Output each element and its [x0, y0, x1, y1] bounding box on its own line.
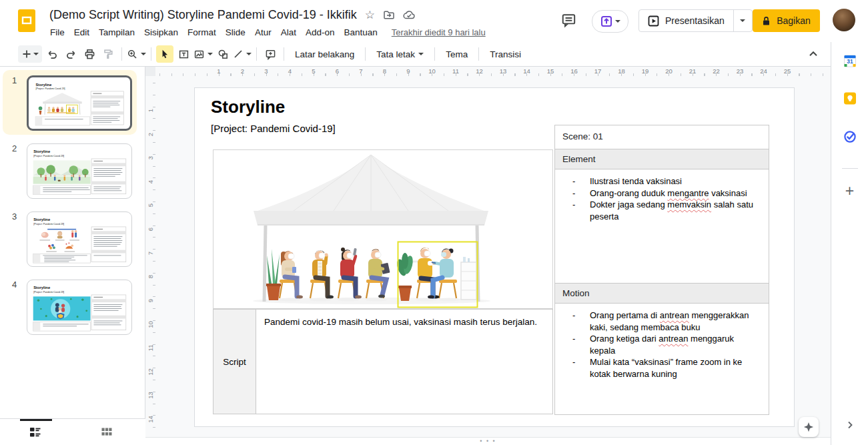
- slide-title[interactable]: Storyline: [211, 97, 285, 117]
- v-ruler-number: 3: [147, 153, 154, 163]
- svg-text:[Project: Pandemi Covid-19]: [Project: Pandemi Covid-19]: [33, 291, 64, 294]
- app-header: (Demo Script Writing) Storyline Pandemi …: [0, 0, 868, 42]
- present-dropdown[interactable]: [733, 10, 752, 31]
- svg-text:31: 31: [847, 58, 853, 65]
- bullet-item: -Orang ketiga dari antrean menggaruk kep…: [555, 333, 769, 356]
- slide-thumbnail-row-4: 4 Storyline [Project: Pandemi Covid-19]: [0, 274, 145, 339]
- keep-icon[interactable]: [843, 92, 856, 105]
- zoom-button[interactable]: [127, 45, 146, 63]
- account-avatar[interactable]: [833, 9, 855, 31]
- slide-thumbnail-3[interactable]: Storyline [Project: Pandemi Covid-19]: [27, 211, 132, 267]
- present-to-meet-button[interactable]: [592, 10, 628, 33]
- meet-dropdown-caret[interactable]: [615, 20, 620, 23]
- move-folder-icon[interactable]: [383, 9, 395, 21]
- insert-comment-button[interactable]: [262, 45, 279, 63]
- menu-tampilan[interactable]: Tampilan: [94, 25, 139, 39]
- slide-thumbnail-2[interactable]: Storyline [Project: Pandemi Covid-19]: [27, 143, 132, 199]
- tasks-icon[interactable]: [843, 130, 857, 143]
- theme-button[interactable]: Tema: [439, 45, 474, 63]
- slide-subtitle[interactable]: [Project: Pandemi Covid-19]: [211, 123, 336, 134]
- menu-bantuan[interactable]: Bantuan: [339, 25, 382, 39]
- scene-table[interactable]: Scene: 01 Element -Ilustrasi tenda vaksi…: [554, 125, 769, 415]
- scene-label-cell[interactable]: Scene: 01: [555, 125, 769, 149]
- v-ruler: 1234567891011121314: [145, 76, 155, 437]
- star-icon[interactable]: ☆: [365, 9, 375, 21]
- h-ruler-number: 9: [406, 67, 410, 75]
- slide-page[interactable]: Storyline [Project: Pandemi Covid-19]: [194, 87, 795, 427]
- h-ruler-number: 15: [547, 67, 554, 75]
- slide-thumbnail-4[interactable]: Storyline [Project: Pandemi Covid-19]: [27, 280, 132, 335]
- menu-atur[interactable]: Atur: [250, 25, 276, 39]
- layout-button[interactable]: Tata letak: [370, 45, 430, 63]
- calendar-icon[interactable]: 31: [843, 55, 856, 67]
- v-ruler-number: 4: [147, 177, 154, 186]
- add-addon-button[interactable]: +: [845, 183, 854, 198]
- slide-number: 3: [12, 211, 17, 221]
- document-title[interactable]: (Demo Script Writing) Storyline Pandemi …: [49, 8, 357, 22]
- transition-button[interactable]: Transisi: [483, 45, 528, 63]
- h-ruler-number: 17: [594, 67, 602, 75]
- redo-button[interactable]: [62, 45, 79, 63]
- thumb2-script-row: [33, 185, 91, 195]
- explore-spark-icon: [803, 421, 815, 433]
- filmstrip-view-button[interactable]: [29, 427, 41, 438]
- share-button[interactable]: Bagikan: [753, 9, 820, 32]
- open-comments-button[interactable]: [561, 13, 578, 30]
- patient-person: [418, 248, 440, 298]
- element-body-cell[interactable]: -Ilustrasi tenda vaksinasi-Orang-orang d…: [555, 169, 769, 284]
- script-table-row[interactable]: Script Pandemi covid-19 masih belum usai…: [213, 309, 553, 414]
- thumb1-script-row: [35, 117, 90, 125]
- h-ruler-number: 23: [737, 67, 744, 75]
- filmstrip-footer: [0, 418, 145, 445]
- menu-add-on[interactable]: Add-on: [301, 25, 340, 39]
- v-ruler-number: 2: [147, 129, 154, 139]
- h-ruler-number: 21: [689, 67, 697, 75]
- last-edited-link[interactable]: Terakhir diedit 9 hari lalu: [392, 27, 486, 37]
- toolbar-divider: [121, 47, 122, 61]
- toolbar-divider: [151, 47, 151, 61]
- menu-alat[interactable]: Alat: [276, 25, 301, 39]
- text-box-tool-button[interactable]: [175, 45, 192, 63]
- google-slides-app: (Demo Script Writing) Storyline Pandemi …: [0, 0, 868, 445]
- svg-text:Storyline: Storyline: [33, 286, 51, 290]
- h-ruler-number: 22: [713, 67, 720, 75]
- paint-format-button[interactable]: [99, 45, 117, 63]
- waiting-person-1: [281, 251, 303, 298]
- line-tool-button[interactable]: [233, 45, 252, 63]
- h-ruler-number: 3: [264, 67, 268, 75]
- background-button[interactable]: Latar belakang: [288, 45, 361, 63]
- v-ruler-number: 5: [147, 201, 154, 210]
- explore-button[interactable]: [799, 417, 819, 437]
- speaker-notes-bar[interactable]: • • •: [145, 437, 831, 445]
- motion-body-cell[interactable]: -Orang pertama di antrean menggerakkan k…: [555, 304, 769, 414]
- slide-thumbnail-1[interactable]: Storyline [Project: Pandemi Covid-19]: [27, 75, 132, 131]
- new-slide-button[interactable]: [18, 45, 42, 63]
- svg-text:Storyline: Storyline: [33, 217, 51, 221]
- v-ruler-number: 1: [147, 106, 154, 115]
- select-tool-button[interactable]: [156, 45, 173, 63]
- script-text-cell[interactable]: Pandemi covid-19 masih belum usai, vaksi…: [256, 310, 552, 414]
- toolbar-divider: [284, 47, 284, 61]
- menu-slide[interactable]: Slide: [221, 25, 250, 39]
- v-ruler-number: 14: [147, 415, 154, 424]
- undo-button[interactable]: [43, 45, 61, 63]
- insert-image-button[interactable]: [193, 45, 213, 63]
- print-button[interactable]: [81, 45, 98, 63]
- svg-text:Storyline: Storyline: [33, 149, 51, 153]
- vaccination-tent-illustration[interactable]: [213, 149, 553, 309]
- slides-logo[interactable]: [17, 8, 36, 33]
- h-ruler-number: 13: [500, 67, 507, 75]
- slide-canvas-area: 1234567891011121314151617181920212223242…: [145, 67, 831, 445]
- expand-side-panel-chevron[interactable]: [845, 420, 855, 430]
- menu-file[interactable]: File: [45, 25, 69, 39]
- h-ruler-number: 8: [383, 67, 386, 75]
- shape-tool-button[interactable]: [214, 45, 232, 63]
- menu-sisipkan[interactable]: Sisipkan: [139, 25, 183, 39]
- menu-edit[interactable]: Edit: [69, 25, 94, 39]
- menu-items: FileEditTampilanSisipkanFormatSlideAturA…: [45, 25, 382, 39]
- collapse-toolbar-button[interactable]: [807, 47, 820, 61]
- grid-view-button[interactable]: [101, 428, 112, 436]
- menu-format[interactable]: Format: [183, 25, 221, 39]
- present-button[interactable]: Presentasikan: [638, 9, 753, 32]
- filmstrip-scrollbar[interactable]: [20, 419, 52, 421]
